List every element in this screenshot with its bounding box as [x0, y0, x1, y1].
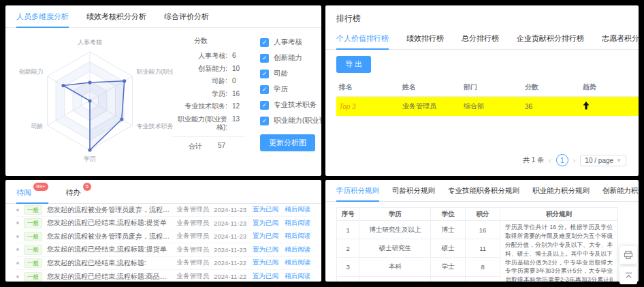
ranking-column-header: 部门 — [461, 78, 522, 97]
mark-read-link[interactable]: 置为已阅 — [253, 272, 278, 281]
pagination-page-1[interactable]: 1 — [556, 154, 568, 166]
score-value: 13 — [227, 115, 245, 132]
analysis-tab-label: 综合评价分析 — [164, 12, 209, 20]
score-row: 司龄:0 — [173, 77, 245, 86]
back-to-top-button[interactable] — [619, 267, 637, 284]
message-author: 业务管理员 — [177, 272, 210, 281]
priority-tag: 一般 — [24, 258, 42, 269]
checkbox-label: 司龄 — [274, 69, 288, 78]
rules-tab-5[interactable]: 创新能力积分规则 — [602, 180, 639, 201]
rules-tab-label: 司龄积分规则 — [392, 186, 435, 194]
score-value: 6 — [227, 52, 245, 61]
message-text: 您发起的流程被业务管理员废弃，流程标题:提货单，废弃说明: — [47, 205, 172, 215]
message-list-item[interactable]: 一般您发起的流程被业务管理员废弃，流程标题:提货单，废弃说明:业务管理员2024… — [16, 204, 310, 217]
message-list-item[interactable]: 一般您发起的流程已经结束,流程标题:业务管理员2024-11-22置为已阅稍后阅… — [16, 257, 310, 271]
mark-read-link[interactable]: 置为已阅 — [253, 205, 278, 214]
ranking-tab-label: 个人价值排行榜 — [336, 34, 389, 42]
mark-read-link[interactable]: 置为已阅 — [253, 258, 278, 267]
checkbox-checked-icon: ✓ — [260, 85, 269, 94]
dimension-checkbox-5[interactable]: ✓专业技术职务 — [260, 100, 321, 110]
messages-tab-label: 待办 — [66, 188, 81, 196]
dept-cell: 综合部 — [461, 97, 522, 117]
analysis-tab-3[interactable]: 综合评价分析 — [164, 5, 209, 27]
bullet-icon — [16, 248, 19, 251]
score-label: 职业能力(职业资格): — [173, 115, 227, 132]
score-row: 创新能力:10 — [173, 65, 245, 74]
score-cell: 36 — [522, 97, 580, 117]
message-list-item[interactable]: 一般您发起的流程已经结束,流程标题:商品发放业务管理员2024-11-22置为已… — [16, 270, 310, 282]
message-list-item[interactable]: 一般您发起的流程已经结束,流程标题:提货单业务管理员2024-11-23置为已阅… — [16, 217, 310, 230]
radar-chart: 人事考核职业能力(职业资格)专业技术职务学历司龄创新能力 — [7, 29, 173, 174]
ranking-tab-3[interactable]: 总分排行榜 — [462, 27, 499, 49]
rules-tab-1[interactable]: 学历积分规则 — [336, 180, 379, 201]
trend-cell — [580, 97, 639, 117]
checkbox-checked-icon: ✓ — [260, 101, 269, 110]
export-button[interactable]: 导 出 — [336, 56, 371, 73]
score-value: 0 — [227, 77, 245, 86]
read-later-link[interactable]: 稍后阅读 — [285, 258, 310, 267]
pagination-next-button[interactable]: › — [573, 156, 576, 164]
rules-tab-3[interactable]: 专业技能职务积分规则 — [448, 180, 519, 201]
dimension-checkbox-3[interactable]: ✓司龄 — [260, 69, 321, 78]
checkbox-checked-icon: ✓ — [260, 38, 269, 47]
rules-column-header: 积分 — [466, 208, 500, 221]
analysis-tab-1[interactable]: 人员多维度分析 — [16, 5, 69, 27]
mark-read-link[interactable]: 置为已阅 — [253, 245, 278, 254]
checkbox-checked-icon: ✓ — [260, 54, 269, 63]
points-cell: 8 — [466, 258, 500, 276]
rule-description-cell: 学历及学位共计 16 分。根据学历及学位取得所需要的年限及难度划分为五个等级分配… — [500, 221, 618, 282]
rules-table-row: 1博士研究生及以上博士16学历及学位共计 16 分。根据学历及学位取得所需要的年… — [337, 221, 618, 239]
pagination-prev-button[interactable]: ‹ — [549, 156, 551, 164]
score-panel: 分数 人事考核:6创新能力:10司龄:0学历:16专业技术职务:12职业能力(职… — [173, 36, 245, 174]
checkbox-label: 专业技术职务 — [274, 100, 317, 110]
ranking-panel: 排行榜 个人价值排行榜绩效排行榜总分排行榜企业贡献积分排行榜志愿者积分排行榜 导… — [325, 5, 639, 176]
dimension-checkbox-6[interactable]: ✓职业能力(职业资格) — [260, 116, 321, 125]
priority-tag: 一般 — [24, 218, 42, 228]
mark-read-link[interactable]: 置为已阅 — [253, 219, 278, 228]
mark-read-link[interactable]: 置为已阅 — [253, 232, 278, 241]
messages-tab-1[interactable]: 待阅99+ — [16, 180, 48, 203]
ranking-tab-label: 企业贡献积分排行榜 — [517, 34, 584, 42]
rules-panel: 学历积分规则司龄积分规则专业技能职务积分规则职业能力积分规则创新能力积分规则人事… — [325, 180, 639, 282]
dimension-checkbox-group: ✓人事考核✓创新能力✓司龄✓学历✓专业技术职务✓职业能力(职业资格) 更新分析图 — [245, 37, 321, 174]
read-later-link[interactable]: 稍后阅读 — [285, 219, 310, 228]
dimension-checkbox-4[interactable]: ✓学历 — [260, 85, 321, 94]
read-later-link[interactable]: 稍后阅读 — [285, 232, 310, 241]
read-later-link[interactable]: 稍后阅读 — [285, 245, 310, 254]
priority-tag: 一般 — [24, 232, 42, 242]
checkbox-label: 学历 — [274, 85, 288, 94]
rules-tabbar: 学历积分规则司龄积分规则专业技能职务积分规则职业能力积分规则创新能力积分规则人事… — [325, 180, 639, 202]
ranking-tabbar: 个人价值排行榜绩效排行榜总分排行榜企业贡献积分排行榜志愿者积分排行榜 — [325, 27, 639, 50]
ranking-tab-4[interactable]: 企业贡献积分排行榜 — [517, 27, 584, 49]
message-text: 您发起的流程已经结束,流程标题:提货单 — [47, 218, 172, 228]
svg-text:职业能力(职业资格): 职业能力(职业资格) — [137, 68, 173, 75]
rules-tab-4[interactable]: 职业能力积分规则 — [532, 180, 590, 201]
ranking-tab-5[interactable]: 志愿者积分排行榜 — [602, 27, 639, 49]
checkbox-label: 人事考核 — [274, 37, 302, 47]
service-widget-button[interactable] — [619, 246, 637, 264]
degree-cell: 硕士研究生 — [359, 239, 431, 258]
rules-tab-label: 专业技能职务积分规则 — [448, 186, 519, 194]
ranking-column-header: 姓名 — [400, 78, 461, 97]
read-later-link[interactable]: 稍后阅读 — [285, 205, 310, 214]
read-later-link[interactable]: 稍后阅读 — [285, 272, 310, 281]
rules-column-header: 学位 — [431, 208, 466, 221]
bullet-icon — [16, 235, 19, 238]
messages-tab-2[interactable]: 待办5 — [66, 180, 91, 203]
ranking-tab-1[interactable]: 个人价值排行榜 — [336, 27, 389, 49]
message-list-item[interactable]: 一般您发起的流程已经结束,流程标题:提货单业务管理员2024-11-23置为已阅… — [16, 243, 310, 257]
message-text: 您发起的流程已经结束,流程标题:提货单 — [47, 245, 172, 254]
dimension-checkbox-2[interactable]: ✓创新能力 — [260, 53, 321, 63]
messages-tab-label: 待阅 — [16, 188, 31, 196]
ranking-table-row[interactable]: Top 3业务管理员综合部36 — [336, 97, 639, 117]
ranking-tab-2[interactable]: 绩效排行榜 — [406, 27, 444, 49]
message-date: 2024-11-22 — [214, 273, 246, 280]
message-list-item[interactable]: 一般您发起的流程被业务管理员废弃，流程标题:提货单，废弃说明:业务管理员2024… — [16, 230, 310, 244]
rules-column-header: 序号 — [337, 208, 359, 221]
analysis-panel: 人员多维度分析绩效考核积分分析综合评价分析 人事考核职业能力(职业资格)专业技术… — [5, 5, 321, 176]
page-size-select[interactable]: 10 / page ▼ — [580, 155, 626, 166]
analysis-tab-2[interactable]: 绩效考核积分分析 — [86, 5, 146, 27]
update-chart-button[interactable]: 更新分析图 — [260, 134, 315, 151]
dimension-checkbox-1[interactable]: ✓人事考核 — [260, 37, 321, 47]
rules-tab-2[interactable]: 司龄积分规则 — [392, 180, 435, 201]
